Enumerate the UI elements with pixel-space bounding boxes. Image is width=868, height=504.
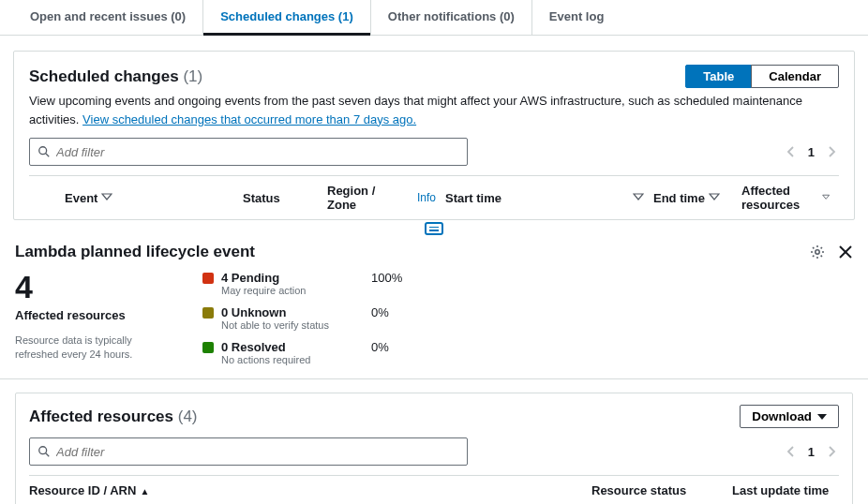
resources-filter-input[interactable] — [56, 445, 459, 459]
stat-pct: 0% — [371, 340, 389, 354]
stat-count: 4 Pending — [221, 271, 371, 285]
stat-row: 0 UnknownNot able to verify status0% — [202, 305, 402, 331]
panel-title-count: (1) — [183, 67, 202, 85]
filter-input[interactable] — [56, 145, 459, 159]
col-event[interactable]: Event — [65, 191, 243, 205]
col-resource-status[interactable]: Resource status — [591, 483, 732, 497]
events-table-header: Event Status Region / Zone Info Start ti… — [29, 175, 839, 219]
panel-title: Scheduled changes (1) — [29, 67, 202, 86]
col-region[interactable]: Region / Zone Info — [327, 184, 445, 212]
close-icon[interactable] — [838, 245, 853, 259]
search-icon — [37, 145, 51, 158]
col-affected-resources[interactable]: Affected resources — [741, 184, 839, 212]
sort-icon — [822, 192, 830, 203]
svg-marker-9 — [817, 414, 827, 420]
panel-description: View upcoming events and ongoing events … — [29, 92, 839, 128]
refresh-note: Resource data is typically refreshed eve… — [15, 334, 165, 363]
search-icon — [37, 445, 51, 458]
svg-marker-5 — [822, 195, 829, 199]
tab-event-log[interactable]: Event log — [532, 0, 621, 35]
tab-scheduled-changes[interactable]: Scheduled changes (1) — [203, 0, 371, 35]
gear-icon[interactable] — [810, 245, 825, 259]
tab-open-issues[interactable]: Open and recent issues (0) — [13, 0, 203, 35]
affected-resources-panel: Affected resources (4) Download 1 Resour… — [15, 393, 853, 504]
svg-marker-3 — [634, 194, 643, 200]
filter-input-container[interactable] — [29, 138, 468, 166]
scheduled-changes-panel: Scheduled changes (1) Table Calendar Vie… — [13, 51, 855, 220]
affected-label: Affected resources — [15, 308, 165, 322]
status-dot — [202, 273, 214, 284]
region-info-link[interactable]: Info — [417, 191, 436, 204]
status-dot — [202, 307, 214, 319]
table-view-button[interactable]: Table — [685, 65, 752, 88]
sort-asc-icon: ▲ — [140, 486, 149, 497]
stat-row: 4 PendingMay require action100% — [202, 271, 402, 296]
col-start-time[interactable]: Start time — [445, 191, 653, 205]
stat-row: 0 ResolvedNo actions required0% — [202, 340, 402, 365]
resources-table-header: Resource ID / ARN▲ Resource status Last … — [29, 475, 839, 504]
stat-sub: Not able to verify status — [221, 319, 371, 331]
svg-point-10 — [39, 447, 47, 454]
stat-count: 0 Resolved — [221, 340, 371, 354]
tab-other-notifications[interactable]: Other notifications (0) — [371, 0, 532, 35]
svg-marker-4 — [710, 194, 719, 200]
stat-pct: 0% — [371, 305, 389, 319]
stat-sub: May require action — [221, 285, 371, 296]
col-resource-id[interactable]: Resource ID / ARN▲ — [29, 483, 591, 497]
main-tabs: Open and recent issues (0) Scheduled cha… — [0, 0, 868, 36]
svg-point-0 — [39, 147, 47, 155]
status-dot — [202, 342, 214, 353]
stat-pct: 100% — [371, 271, 402, 285]
prev-page-icon[interactable] — [784, 144, 799, 159]
svg-marker-2 — [102, 194, 112, 200]
panel-title-text: Scheduled changes — [29, 67, 179, 85]
resource-stats: 4 Affected resources Resource data is ty… — [0, 271, 868, 379]
col-status[interactable]: Status — [243, 191, 327, 205]
affected-count: 4 — [15, 271, 165, 303]
stat-sub: No actions required — [221, 354, 371, 365]
view-toggle: Table Calendar — [685, 65, 839, 88]
calendar-view-button[interactable]: Calendar — [751, 65, 839, 88]
col-end-time[interactable]: End time — [653, 191, 741, 205]
split-handle-icon — [425, 222, 443, 235]
svg-point-6 — [816, 250, 819, 254]
sort-icon — [101, 192, 112, 203]
sort-icon — [633, 192, 644, 203]
page-number: 1 — [808, 145, 815, 159]
view-older-link[interactable]: View scheduled changes that occurred mor… — [82, 112, 416, 126]
download-button[interactable]: Download — [740, 405, 839, 428]
next-page-icon[interactable] — [824, 444, 839, 459]
next-page-icon[interactable] — [824, 144, 839, 159]
stat-count: 0 Unknown — [221, 305, 371, 319]
resources-title: Affected resources (4) — [29, 408, 198, 426]
page-number: 1 — [808, 445, 815, 459]
prev-page-icon[interactable] — [784, 444, 799, 459]
resources-filter-container[interactable] — [29, 437, 468, 466]
sort-icon — [709, 192, 720, 203]
pagination: 1 — [784, 144, 839, 159]
resources-pagination: 1 — [784, 444, 839, 459]
detail-title: Lambda planned lifecycle event — [15, 243, 255, 261]
detail-header: Lambda planned lifecycle event — [0, 237, 868, 271]
svg-line-1 — [46, 154, 50, 157]
svg-line-11 — [46, 453, 50, 457]
col-last-update[interactable]: Last update time — [732, 483, 839, 497]
split-panel-handle[interactable] — [0, 222, 868, 235]
caret-down-icon — [817, 412, 827, 422]
